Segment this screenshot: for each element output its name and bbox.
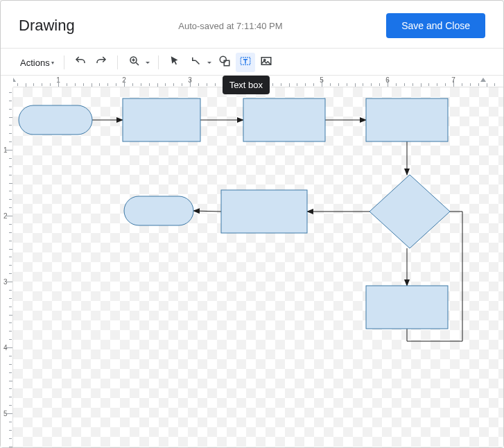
image-tool-button[interactable] <box>257 53 276 72</box>
flowchart-connector[interactable] <box>193 211 221 212</box>
flowchart-process-shape[interactable] <box>221 190 307 233</box>
flowchart-decision-shape[interactable] <box>370 175 450 248</box>
flowchart-process-shape[interactable] <box>366 98 448 141</box>
zoom-icon <box>128 55 141 70</box>
dialog-title: Drawing <box>19 17 75 35</box>
workspace: 12345 <box>1 87 503 447</box>
horizontal-ruler: 1234567 <box>13 76 503 87</box>
toolbar: Actions ▾ <box>1 49 503 76</box>
drawing-dialog: Drawing Auto-saved at 7:11:40 PM Save an… <box>0 0 504 448</box>
zoom-button[interactable] <box>124 53 152 72</box>
line-tool-button[interactable] <box>186 53 214 72</box>
shape-tool-button[interactable] <box>215 53 234 72</box>
flowchart-process-shape[interactable] <box>123 98 200 141</box>
shape-icon <box>218 55 231 70</box>
image-icon <box>260 55 272 70</box>
separator <box>64 55 64 69</box>
svg-rect-5 <box>224 60 229 66</box>
redo-button[interactable] <box>92 53 111 72</box>
drawing-canvas[interactable] <box>13 87 503 447</box>
save-and-close-button[interactable]: Save and Close <box>386 13 485 38</box>
flowchart-process-shape[interactable] <box>243 98 325 141</box>
undo-icon <box>74 55 87 70</box>
text-box-icon <box>239 55 252 70</box>
flowchart-diagram <box>13 87 503 447</box>
separator <box>117 55 118 69</box>
select-tool-button[interactable] <box>165 53 184 72</box>
flowchart-process-shape[interactable] <box>366 286 448 329</box>
flowchart-terminator-shape[interactable] <box>19 105 92 135</box>
flowchart-terminator-shape[interactable] <box>124 196 193 225</box>
chevron-down-icon: ▾ <box>51 60 54 66</box>
dialog-header: Drawing Auto-saved at 7:11:40 PM Save an… <box>1 1 503 49</box>
svg-point-4 <box>220 56 226 62</box>
line-icon <box>190 55 202 70</box>
svg-line-1 <box>136 62 139 65</box>
vertical-ruler: 12345 <box>1 87 13 447</box>
actions-menu-button[interactable]: Actions ▾ <box>16 55 58 71</box>
redo-icon <box>95 55 107 70</box>
text-box-tool-button[interactable] <box>236 53 255 72</box>
cursor-icon <box>168 55 181 70</box>
separator <box>158 55 159 69</box>
actions-label: Actions <box>20 58 50 68</box>
undo-button[interactable] <box>71 53 90 72</box>
autosave-status: Auto-saved at 7:11:40 PM <box>178 21 282 31</box>
